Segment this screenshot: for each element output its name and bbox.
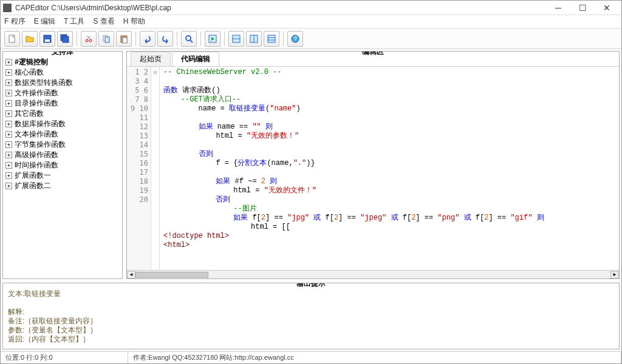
svg-rect-17 bbox=[268, 35, 275, 42]
fold-gutter[interactable]: ⊟ bbox=[151, 67, 160, 270]
menu-view[interactable]: S 查看 bbox=[93, 16, 114, 27]
menubar: F 程序 E 编辑 T 工具 S 查看 H 帮助 bbox=[1, 15, 621, 29]
expand-icon[interactable]: + bbox=[5, 121, 12, 127]
minimize-button[interactable]: ─ bbox=[546, 1, 570, 15]
tab-start[interactable]: 起始页 bbox=[131, 52, 171, 66]
tree-item-label: 扩展函数一 bbox=[15, 170, 51, 180]
copy-button[interactable] bbox=[98, 31, 114, 47]
tree-item[interactable]: +时间操作函数 bbox=[5, 160, 120, 170]
sidebar-panel: 支持库 +#逻辑控制+核心函数+数据类型转换函数+文件操作函数+目录操作函数+其… bbox=[2, 51, 123, 279]
close-button[interactable]: ✕ bbox=[595, 1, 619, 15]
code-area[interactable]: 1 2 3 4 5 6 7 8 9 10 11 12 13 14 15 16 1… bbox=[127, 66, 619, 270]
titlebar: CAPEditor C:\Users\Admin\Desktop\WEB\pl.… bbox=[1, 1, 621, 15]
layout3-button[interactable] bbox=[264, 31, 279, 47]
menu-tools[interactable]: T 工具 bbox=[64, 16, 84, 27]
expand-icon[interactable]: + bbox=[5, 183, 12, 189]
main-area: 支持库 +#逻辑控制+核心函数+数据类型转换函数+文件操作函数+目录操作函数+其… bbox=[1, 49, 621, 281]
maximize-button[interactable]: ☐ bbox=[570, 1, 595, 15]
save-all-button[interactable] bbox=[57, 31, 73, 47]
svg-point-6 bbox=[89, 39, 92, 42]
save-button[interactable] bbox=[39, 31, 55, 47]
help-button[interactable]: ? bbox=[287, 31, 303, 47]
svg-rect-2 bbox=[45, 39, 50, 42]
tree-item-label: 时间操作函数 bbox=[15, 160, 58, 170]
expand-icon[interactable]: + bbox=[5, 162, 12, 169]
tree-item-label: 其它函数 bbox=[15, 109, 44, 118]
editor-panel: 编辑区 起始页 代码编辑 1 2 3 4 5 6 7 8 9 10 11 12 … bbox=[126, 51, 620, 279]
status-author: 作者:Ewangl QQ:452327180 网站:http://cap.ewa… bbox=[128, 352, 621, 363]
tree-item-label: 文件操作函数 bbox=[15, 88, 58, 98]
expand-icon[interactable]: + bbox=[5, 152, 12, 158]
editor-title: 编辑区 bbox=[357, 51, 389, 57]
scroll-thumb[interactable] bbox=[135, 272, 208, 278]
toolbar-separator bbox=[283, 32, 284, 46]
paste-button[interactable] bbox=[116, 31, 132, 47]
expand-icon[interactable]: + bbox=[5, 100, 12, 107]
scroll-right-icon[interactable]: ► bbox=[610, 271, 619, 278]
cut-button[interactable] bbox=[81, 31, 97, 47]
toolbar-separator bbox=[77, 32, 77, 46]
tree-item[interactable]: +文件操作函数 bbox=[5, 88, 120, 98]
sidebar-title: 支持库 bbox=[47, 51, 78, 57]
output-title: 输出提示 bbox=[292, 283, 330, 289]
new-file-button[interactable] bbox=[4, 31, 20, 47]
layout2-button[interactable] bbox=[246, 31, 262, 47]
tree-item[interactable]: +核心函数 bbox=[5, 67, 120, 77]
tab-code[interactable]: 代码编辑 bbox=[172, 52, 219, 66]
statusbar: 位置:0 行:0 列:0 作者:Ewangl QQ:452327180 网站:h… bbox=[1, 351, 621, 363]
scroll-left-icon[interactable]: ◄ bbox=[127, 271, 135, 278]
tree-item-label: 核心函数 bbox=[15, 67, 44, 77]
expand-icon[interactable]: + bbox=[5, 141, 12, 148]
tree-item[interactable]: +数据库操作函数 bbox=[5, 119, 120, 129]
menu-file[interactable]: F 程序 bbox=[4, 16, 26, 27]
run-button[interactable] bbox=[205, 31, 220, 47]
tree-item[interactable]: +扩展函数一 bbox=[5, 170, 120, 180]
svg-rect-0 bbox=[9, 35, 15, 42]
output-panel: 输出提示 文本:取链接变量 解释:备注:｛获取链接变量内容｝参数:｛变量名【文本… bbox=[2, 283, 620, 349]
search-button[interactable] bbox=[181, 31, 197, 47]
tree-item-label: 数据类型转换函数 bbox=[15, 78, 73, 87]
output-text: 文本:取链接变量 解释:备注:｛获取链接变量内容｝参数:｛变量名【文本型】｝返回… bbox=[3, 287, 619, 349]
menu-help[interactable]: H 帮助 bbox=[123, 16, 145, 27]
tree-item-label: 扩展函数二 bbox=[15, 181, 51, 190]
open-file-button[interactable] bbox=[22, 31, 38, 47]
tree-item-label: 高级操作函数 bbox=[15, 150, 58, 160]
expand-icon[interactable]: + bbox=[5, 110, 12, 117]
tree-item[interactable]: +文本操作函数 bbox=[5, 129, 120, 139]
tree-item-label: 目录操作函数 bbox=[15, 98, 58, 108]
app-icon bbox=[3, 4, 12, 12]
tree-item-label: 字节集操作函数 bbox=[15, 140, 66, 149]
svg-rect-10 bbox=[123, 38, 127, 43]
svg-rect-4 bbox=[63, 36, 69, 42]
line-gutter: 1 2 3 4 5 6 7 8 9 10 11 12 13 14 15 16 1… bbox=[127, 67, 151, 270]
toolbar: ? bbox=[1, 29, 621, 49]
svg-rect-8 bbox=[105, 37, 109, 42]
tree-item[interactable]: +高级操作函数 bbox=[5, 150, 120, 160]
tree-item[interactable]: +其它函数 bbox=[5, 109, 120, 118]
expand-icon[interactable]: + bbox=[5, 69, 12, 76]
menu-edit[interactable]: E 编辑 bbox=[34, 16, 55, 27]
window-title: CAPEditor C:\Users\Admin\Desktop\WEB\pl.… bbox=[15, 4, 546, 12]
undo-button[interactable] bbox=[140, 31, 156, 47]
layout1-button[interactable] bbox=[228, 31, 244, 47]
svg-text:?: ? bbox=[293, 36, 297, 42]
tree-item-label: #逻辑控制 bbox=[15, 57, 48, 67]
code-text[interactable]: -- ChineseWebServer v2.0 -- 函数 请求函数() --… bbox=[160, 67, 619, 270]
tree-item-label: 文本操作函数 bbox=[15, 129, 58, 139]
tree-item[interactable]: +#逻辑控制 bbox=[5, 57, 120, 67]
toolbar-separator bbox=[135, 32, 136, 46]
tree-item[interactable]: +字节集操作函数 bbox=[5, 140, 120, 149]
expand-icon[interactable]: + bbox=[5, 131, 12, 138]
expand-icon[interactable]: + bbox=[5, 172, 12, 179]
tree-item[interactable]: +数据类型转换函数 bbox=[5, 78, 120, 87]
library-tree[interactable]: +#逻辑控制+核心函数+数据类型转换函数+文件操作函数+目录操作函数+其它函数+… bbox=[3, 52, 122, 278]
editor-hscrollbar[interactable]: ◄ ► bbox=[127, 270, 619, 278]
expand-icon[interactable]: + bbox=[5, 90, 12, 96]
toolbar-separator bbox=[177, 32, 177, 46]
expand-icon[interactable]: + bbox=[5, 59, 12, 66]
tree-item[interactable]: +扩展函数二 bbox=[5, 181, 120, 190]
svg-point-5 bbox=[86, 39, 88, 42]
redo-button[interactable] bbox=[157, 31, 173, 47]
tree-item[interactable]: +目录操作函数 bbox=[5, 98, 120, 108]
expand-icon[interactable]: + bbox=[5, 79, 12, 86]
